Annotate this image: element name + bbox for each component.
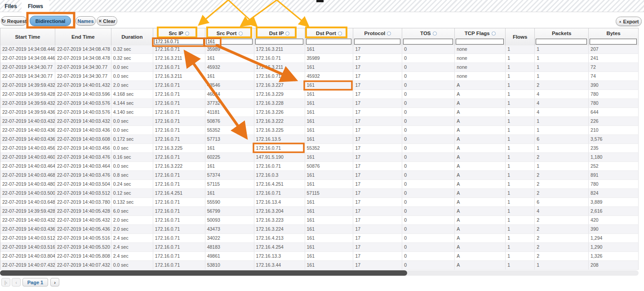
cell-src_port: 57713 <box>205 135 254 144</box>
radio-icon-tcp_flags[interactable] <box>492 31 496 36</box>
cell-end_time: 22-07-2019 14:34:08.478 <box>55 54 111 63</box>
horizontal-scrollbar-thumb[interactable] <box>0 270 407 276</box>
cell-packets: 1 <box>535 261 589 270</box>
cell-flows: 1 <box>506 189 535 198</box>
table-row[interactable]: 22-07-2019 14:40:03.43222-07-2019 14:40:… <box>0 216 639 225</box>
table-row[interactable]: 22-07-2019 14:40:03.51222-07-2019 14:40:… <box>0 234 639 243</box>
page-number-button[interactable]: Page 1 <box>22 278 48 287</box>
table-row[interactable]: 22-07-2019 14:40:03.45622-07-2019 14:40:… <box>0 144 639 153</box>
column-header-duration[interactable]: Duration <box>111 28 153 45</box>
table-row[interactable]: 22-07-2019 14:40:07.43222-07-2019 14:40:… <box>0 261 639 270</box>
bidirectional-button[interactable]: Bidirectional <box>30 16 71 26</box>
cell-src_port: 45932 <box>205 63 254 72</box>
column-header-end_time[interactable]: End Time <box>55 28 111 45</box>
table-row[interactable]: 22-07-2019 14:34:08.44622-07-2019 14:34:… <box>0 45 639 54</box>
cell-dst_port: 55352 <box>305 144 354 153</box>
column-header-tcp_flags[interactable]: TCP Flags <box>455 28 506 45</box>
filter-input-dst_ip[interactable] <box>255 39 303 45</box>
cell-end_time: 22-07-2019 14:40:05.520 <box>55 243 111 252</box>
next-page-button[interactable]: › <box>50 278 59 287</box>
filter-input-protocol[interactable] <box>354 39 400 45</box>
filter-input-dst_port[interactable] <box>306 39 352 45</box>
filter-input-bytes[interactable] <box>590 39 637 45</box>
cell-start_time: 22-07-2019 14:40:07.432 <box>0 261 55 270</box>
filter-input-tcp_flags[interactable] <box>456 39 504 45</box>
request-button[interactable]: ↻ Request <box>1 16 27 26</box>
cell-end_time: 22-07-2019 14:34:08.478 <box>55 45 111 54</box>
radio-icon-dst_ip[interactable] <box>285 31 289 36</box>
cell-start_time: 22-07-2019 14:40:03.648 <box>0 198 55 207</box>
table-row[interactable]: 22-07-2019 14:40:03.48022-07-2019 14:40:… <box>0 180 639 189</box>
filter-input-src_ip[interactable] <box>154 39 204 45</box>
table-row[interactable]: 22-07-2019 14:40:03.43622-07-2019 14:40:… <box>0 135 639 144</box>
tab-flows[interactable]: Flows <box>22 0 49 12</box>
prev-page-button[interactable]: ‹ <box>12 278 21 287</box>
table-row[interactable]: 22-07-2019 14:40:03.50022-07-2019 14:40:… <box>0 189 639 198</box>
radio-icon-dst_port[interactable] <box>338 31 342 36</box>
cell-src_ip: 172.16.0.71 <box>153 99 205 108</box>
cell-dst_ip: 172.16.3.227 <box>254 81 305 90</box>
table-row[interactable]: 22-07-2019 14:34:30.7722-07-2019 14:34:3… <box>0 72 639 81</box>
table-row[interactable]: 22-07-2019 14:40:03.43222-07-2019 14:40:… <box>0 117 639 126</box>
cell-tos: 0 <box>402 207 455 216</box>
table-row[interactable]: 22-07-2019 14:40:03.64822-07-2019 14:40:… <box>0 198 639 207</box>
filter-input-src_port[interactable] <box>206 39 253 45</box>
radio-icon-tos[interactable] <box>433 31 437 36</box>
column-header-tos[interactable]: TOS <box>402 28 455 45</box>
table-row[interactable]: 22-07-2019 14:34:08.44622-07-2019 14:34:… <box>0 54 639 63</box>
table-row[interactable]: 22-07-2019 14:39:59.42822-07-2019 14:40:… <box>0 90 639 99</box>
radio-icon-protocol[interactable] <box>387 31 391 36</box>
cell-start_time: 22-07-2019 14:40:03.432 <box>0 216 55 225</box>
first-page-button[interactable]: |‹ <box>1 278 10 287</box>
table-row[interactable]: 22-07-2019 14:40:03.46022-07-2019 14:40:… <box>0 153 639 162</box>
cell-packets: 2 <box>535 252 589 261</box>
column-label-src_port: Src Port <box>217 31 237 36</box>
cell-flows: 1 <box>506 126 535 135</box>
column-header-bytes[interactable]: Bytes <box>589 28 639 45</box>
column-header-protocol[interactable]: Protocol <box>353 28 402 45</box>
table-row[interactable]: 22-07-2019 14:40:03.46822-07-2019 14:40:… <box>0 171 639 180</box>
radio-icon-src_ip[interactable] <box>185 31 189 36</box>
table-row[interactable]: 22-07-2019 14:39:59.43222-07-2019 14:40:… <box>0 81 639 90</box>
filter-input-tos[interactable] <box>403 39 453 45</box>
table-row[interactable]: 22-07-2019 14:39:59.43622-07-2019 14:40:… <box>0 108 639 117</box>
names-button[interactable]: Names <box>76 16 96 26</box>
cell-start_time: 22-07-2019 14:40:03.456 <box>0 144 55 153</box>
column-header-dst_port[interactable]: Dst Port <box>305 28 354 45</box>
table-row[interactable]: 22-07-2019 14:40:03.80422-07-2019 14:40:… <box>0 252 639 261</box>
cell-src_ip: 172.16.0.71 <box>153 135 205 144</box>
cell-duration: 0.172 sec <box>111 135 153 144</box>
table-row[interactable]: 22-07-2019 14:39:59.42822-07-2019 14:40:… <box>0 207 639 216</box>
table-row[interactable]: 22-07-2019 14:34:30.7722-07-2019 14:34:3… <box>0 63 639 72</box>
cell-start_time: 22-07-2019 14:40:03.512 <box>0 234 55 243</box>
cell-tos: 0 <box>402 45 455 54</box>
column-header-flows[interactable]: Flows <box>506 28 535 45</box>
cell-start_time: 22-07-2019 14:40:03.516 <box>0 243 55 252</box>
table-row[interactable]: 22-07-2019 14:39:59.43222-07-2019 14:40:… <box>0 99 639 108</box>
cell-dst_ip: 172.16.3.229 <box>254 90 305 99</box>
column-header-src_port[interactable]: Src Port <box>205 28 254 45</box>
cell-protocol: 17 <box>353 108 402 117</box>
cell-duration: 0.0 sec <box>111 72 153 81</box>
table-row[interactable]: 22-07-2019 14:40:03.51622-07-2019 14:40:… <box>0 243 639 252</box>
export-button[interactable]: ▲ Export <box>616 17 642 26</box>
column-header-packets[interactable]: Packets <box>535 28 589 45</box>
column-header-src_ip[interactable]: Src IP <box>153 28 205 45</box>
clear-button[interactable]: × Clear <box>97 16 117 26</box>
cell-bytes: 390 <box>589 225 639 234</box>
cell-tcp_flags: A <box>455 198 506 207</box>
cell-bytes: 226 <box>589 117 639 126</box>
column-header-start_time[interactable]: Start Time <box>0 28 55 45</box>
up-triangle-icon: ▲ <box>619 20 622 23</box>
column-header-dst_ip[interactable]: Dst IP <box>254 28 305 45</box>
filter-input-packets[interactable] <box>536 39 587 45</box>
cell-protocol: 17 <box>353 63 402 72</box>
radio-icon-src_port[interactable] <box>239 31 243 36</box>
table-row[interactable]: 22-07-2019 14:40:03.43622-07-2019 14:40:… <box>0 126 639 135</box>
table-row[interactable]: 22-07-2019 14:40:03.43622-07-2019 14:40:… <box>0 225 639 234</box>
table-row[interactable]: 22-07-2019 14:40:03.46422-07-2019 14:40:… <box>0 162 639 171</box>
tab-files[interactable]: Files <box>0 0 22 12</box>
column-label-packets: Packets <box>552 31 571 36</box>
column-label-bytes: Bytes <box>606 31 620 36</box>
cell-src_port: 161 <box>205 72 254 81</box>
